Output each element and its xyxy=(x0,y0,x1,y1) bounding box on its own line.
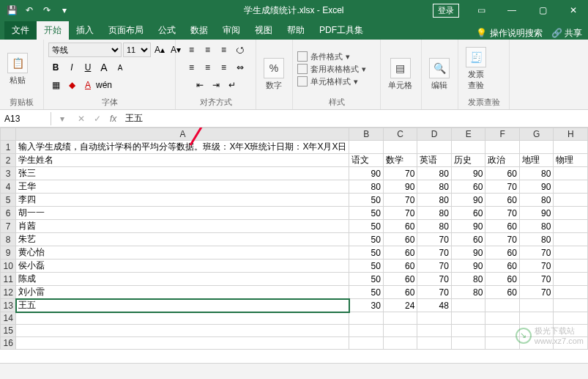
namebox-dropdown-icon[interactable]: ▾ xyxy=(51,114,73,124)
fill-color-icon[interactable]: ◆ xyxy=(64,78,79,92)
cell-B14[interactable] xyxy=(349,312,384,325)
cell-E12[interactable]: 80 xyxy=(451,286,485,299)
cell-A11[interactable]: 陈成 xyxy=(16,273,349,286)
cell-F5[interactable]: 60 xyxy=(485,194,520,207)
cell-E11[interactable]: 80 xyxy=(451,273,485,286)
cancel-icon[interactable]: ✕ xyxy=(73,114,89,124)
cell-F4[interactable]: 70 xyxy=(485,180,520,194)
cell-F14[interactable] xyxy=(485,312,520,325)
underline-icon[interactable]: U xyxy=(81,60,95,75)
cell-F12[interactable]: 60 xyxy=(485,286,520,299)
cell-G3[interactable]: 80 xyxy=(519,167,554,180)
cell-C2[interactable]: 数学 xyxy=(383,154,417,167)
cell-A10[interactable]: 侯小磊 xyxy=(16,260,349,273)
cell-A12[interactable]: 刘小雷 xyxy=(16,286,349,299)
undo-icon[interactable]: ↶ xyxy=(23,4,35,16)
cell-B9[interactable]: 50 xyxy=(349,246,384,260)
select-all-corner[interactable] xyxy=(1,128,16,141)
cell-H13[interactable] xyxy=(554,299,588,312)
cell-F15[interactable] xyxy=(485,325,520,337)
cell-G14[interactable] xyxy=(519,312,554,325)
cell-A5[interactable]: 李四 xyxy=(16,194,349,207)
cell-A2[interactable]: 学生姓名 xyxy=(16,154,349,167)
row-header-9[interactable]: 9 xyxy=(1,246,16,260)
cell-E14[interactable] xyxy=(451,312,485,325)
align-right-icon[interactable]: ≡ xyxy=(217,60,231,75)
cell-B5[interactable]: 50 xyxy=(349,194,384,207)
cell-D11[interactable]: 70 xyxy=(417,273,452,286)
cell-E9[interactable]: 90 xyxy=(451,246,485,260)
close-icon[interactable]: ✕ xyxy=(559,0,588,21)
qat-more-icon[interactable]: ▾ xyxy=(59,4,70,16)
cell-A15[interactable] xyxy=(16,325,349,337)
minimize-icon[interactable]: — xyxy=(497,0,526,21)
cell-A3[interactable]: 张三 xyxy=(16,167,349,180)
cell-D1[interactable] xyxy=(417,141,452,154)
col-header-B[interactable]: B xyxy=(349,128,384,141)
cell-G10[interactable]: 70 xyxy=(519,260,554,273)
cell-A13[interactable]: 王五 xyxy=(16,299,349,312)
row-header-16[interactable]: 16 xyxy=(1,337,16,350)
cell-H9[interactable] xyxy=(554,246,588,260)
indent-inc-icon[interactable]: ⇥ xyxy=(209,78,223,92)
cell-C8[interactable]: 60 xyxy=(383,233,417,246)
row-header-10[interactable]: 10 xyxy=(1,260,16,273)
cell-H1[interactable] xyxy=(554,141,588,154)
enter-icon[interactable]: ✓ xyxy=(89,114,105,124)
tab-formula[interactable]: 公式 xyxy=(151,21,183,40)
col-header-A[interactable]: A xyxy=(16,128,349,141)
cell-F16[interactable] xyxy=(485,337,520,350)
cell-H7[interactable] xyxy=(554,220,588,233)
cell-B4[interactable]: 80 xyxy=(349,180,384,194)
cell-H2[interactable]: 物理 xyxy=(554,154,588,167)
cell-A6[interactable]: 胡一一 xyxy=(16,207,349,220)
cell-F2[interactable]: 政治 xyxy=(485,154,520,167)
font-increase-icon[interactable]: A xyxy=(97,60,111,75)
table-format-button[interactable]: 套用表格格式 ▾ xyxy=(297,64,366,75)
cell-D8[interactable]: 70 xyxy=(417,233,452,246)
cell-C15[interactable] xyxy=(383,325,417,337)
cell-G12[interactable]: 70 xyxy=(519,286,554,299)
row-header-1[interactable]: 1 xyxy=(1,141,16,154)
row-header-4[interactable]: 4 xyxy=(1,180,16,194)
cell-H11[interactable] xyxy=(554,273,588,286)
cell-C16[interactable] xyxy=(383,337,417,350)
cell-F13[interactable] xyxy=(485,299,520,312)
cell-F7[interactable]: 60 xyxy=(485,220,520,233)
tab-layout[interactable]: 页面布局 xyxy=(101,21,151,40)
cell-E1[interactable] xyxy=(451,141,485,154)
cell-D7[interactable]: 80 xyxy=(417,220,452,233)
cell-E4[interactable]: 60 xyxy=(451,180,485,194)
cell-B13[interactable]: 30 xyxy=(349,299,384,312)
cell-D16[interactable] xyxy=(417,337,452,350)
cell-A4[interactable]: 王华 xyxy=(16,180,349,194)
col-header-H[interactable]: H xyxy=(554,128,588,141)
cell-H10[interactable] xyxy=(554,260,588,273)
align-mid-icon[interactable]: ≡ xyxy=(201,43,215,57)
invoice-button[interactable]: 🧾 发票 查验 xyxy=(463,45,489,92)
row-header-2[interactable]: 2 xyxy=(1,154,16,167)
cell-F10[interactable]: 60 xyxy=(485,260,520,273)
cell-F1[interactable] xyxy=(485,141,520,154)
cell-G1[interactable] xyxy=(519,141,554,154)
tab-pdf[interactable]: PDF工具集 xyxy=(312,21,371,40)
cell-G5[interactable]: 80 xyxy=(519,194,554,207)
cell-H5[interactable] xyxy=(554,194,588,207)
cell-E2[interactable]: 历史 xyxy=(451,154,485,167)
cell-G4[interactable]: 90 xyxy=(519,180,554,194)
tab-review[interactable]: 审阅 xyxy=(215,21,248,40)
cell-style-button[interactable]: 单元格样式 ▾ xyxy=(297,76,366,87)
tell-me[interactable]: 💡 操作说明搜索 xyxy=(476,27,542,40)
cell-A7[interactable]: 肖茜 xyxy=(16,220,349,233)
name-box[interactable] xyxy=(0,112,51,125)
cell-C13[interactable]: 24 xyxy=(383,299,417,312)
cell-E7[interactable]: 90 xyxy=(451,220,485,233)
cell-D14[interactable] xyxy=(417,312,452,325)
maximize-icon[interactable]: ▢ xyxy=(528,0,557,21)
row-header-8[interactable]: 8 xyxy=(1,233,16,246)
cell-G11[interactable]: 70 xyxy=(519,273,554,286)
ribbon-options-icon[interactable]: ▭ xyxy=(466,0,496,21)
border-icon[interactable]: ▦ xyxy=(48,78,63,92)
cell-F6[interactable]: 70 xyxy=(485,207,520,220)
font-decrease-icon[interactable]: A xyxy=(113,60,127,75)
